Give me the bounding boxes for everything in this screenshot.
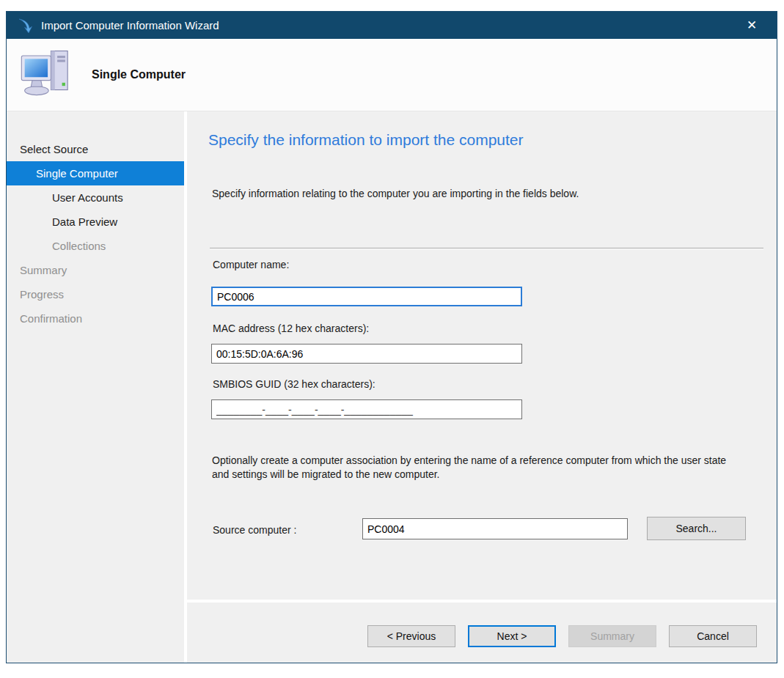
search-button[interactable]: Search...	[647, 517, 746, 540]
wizard-window: Import Computer Information Wizard ✕ Sin…	[6, 11, 777, 663]
wizard-body: Select Source Single Computer User Accou…	[7, 111, 777, 663]
previous-button[interactable]: < Previous	[367, 625, 455, 647]
wizard-header: Single Computer	[7, 39, 777, 111]
mac-address-input[interactable]	[211, 344, 522, 364]
divider	[210, 248, 763, 249]
next-button[interactable]: Next >	[468, 625, 556, 647]
computer-name-label: Computer name:	[213, 259, 289, 270]
step-data-preview[interactable]: Data Preview	[7, 210, 184, 234]
step-progress: Progress	[7, 282, 184, 306]
step-single-computer[interactable]: Single Computer	[7, 161, 184, 185]
step-user-accounts[interactable]: User Accounts	[7, 185, 184, 210]
computer-name-input[interactable]	[211, 287, 522, 306]
footer-separator	[187, 600, 777, 603]
window-title: Import Computer Information Wizard	[41, 19, 219, 32]
page-heading: Specify the information to import the co…	[208, 131, 524, 149]
step-confirmation: Confirmation	[7, 306, 184, 331]
summary-button: Summary	[568, 625, 656, 647]
computer-icon	[18, 46, 76, 103]
title-bar: Import Computer Information Wizard ✕	[7, 12, 777, 39]
cancel-button[interactable]: Cancel	[669, 625, 757, 647]
footer-button-row: < Previous Next > Summary Cancel	[187, 625, 777, 647]
source-computer-label: Source computer :	[213, 524, 296, 536]
wizard-main-panel: Specify the information to import the co…	[187, 111, 777, 663]
source-computer-input[interactable]	[362, 518, 628, 539]
wizard-arrow-icon	[17, 17, 34, 34]
intro-text: Specify information relating to the comp…	[212, 188, 579, 199]
association-note: Optionally create a computer association…	[212, 454, 744, 482]
mac-address-label: MAC address (12 hex characters):	[213, 323, 369, 334]
wizard-page-title: Single Computer	[92, 68, 186, 81]
step-summary: Summary	[7, 258, 184, 282]
wizard-steps-sidebar: Select Source Single Computer User Accou…	[7, 111, 184, 663]
smbios-guid-input[interactable]	[211, 399, 522, 419]
smbios-guid-label: SMBIOS GUID (32 hex characters):	[213, 378, 375, 390]
step-collections: Collections	[7, 234, 184, 258]
step-select-source[interactable]: Select Source	[7, 137, 184, 161]
close-icon[interactable]: ✕	[737, 12, 766, 39]
